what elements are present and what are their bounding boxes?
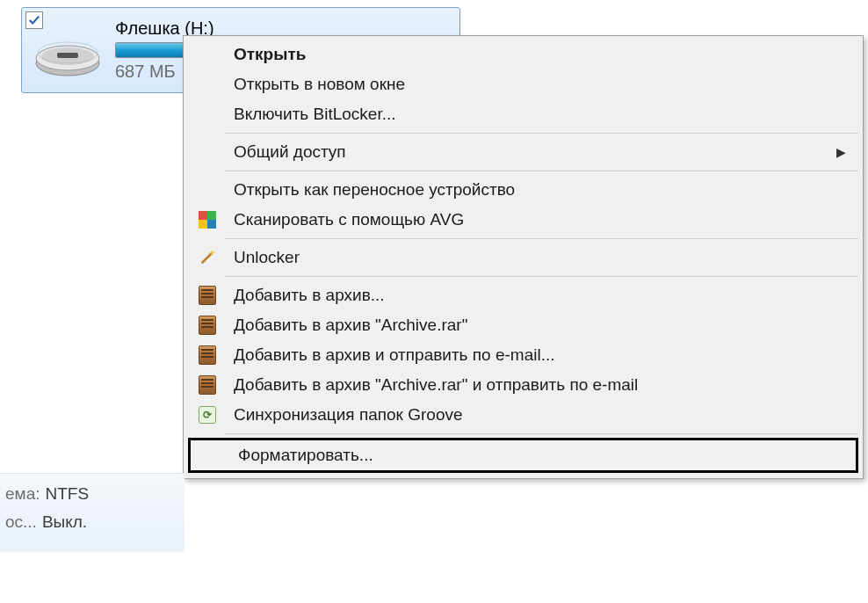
menu-add-archive-rar-email-label: Добавить в архив "Archive.rar" и отправи… [234, 375, 851, 395]
removable-drive-icon [33, 19, 103, 81]
rar-icon [199, 286, 216, 305]
rar-icon [199, 345, 216, 365]
menu-add-archive-email-label: Добавить в архив и отправить по e-mail..… [234, 345, 851, 365]
rar-icon [199, 316, 216, 335]
details-panel: ема: NTFS ос... Выкл. [0, 473, 184, 552]
menu-sharing-label: Общий доступ [234, 142, 836, 162]
menu-bitlocker-label: Включить BitLocker... [234, 105, 851, 124]
menu-format-label: Форматировать... [238, 446, 847, 465]
menu-open[interactable]: Открыть [186, 40, 860, 69]
menu-separator [225, 433, 858, 434]
menu-scan-avg-label: Сканировать с помощью AVG [234, 210, 851, 229]
menu-add-archive-rar-email[interactable]: Добавить в архив "Archive.rar" и отправи… [186, 370, 860, 400]
filesystem-label: ема: [5, 484, 40, 504]
menu-separator [225, 238, 858, 239]
format-highlight: Форматировать... [188, 438, 858, 473]
menu-add-archive-email[interactable]: Добавить в архив и отправить по e-mail..… [186, 340, 860, 370]
rar-icon [199, 375, 216, 395]
menu-unlocker-label: Unlocker [234, 248, 851, 267]
menu-scan-avg[interactable]: Сканировать с помощью AVG [186, 205, 860, 235]
menu-open-portable-label: Открыть как переносное устройство [234, 180, 851, 200]
drive-icon [33, 19, 103, 81]
menu-groove-sync-label: Синхронизация папок Groove [234, 405, 851, 425]
menu-add-archive-rar[interactable]: Добавить в архив "Archive.rar" [186, 310, 860, 340]
menu-bitlocker[interactable]: Включить BitLocker... [186, 99, 860, 129]
filesystem-value: NTFS [45, 484, 89, 504]
wand-icon [198, 248, 217, 267]
menu-separator [225, 171, 858, 171]
state-label: ос... [5, 512, 37, 532]
menu-add-archive-label: Добавить в архив... [234, 286, 851, 305]
state-value: Выкл. [42, 512, 87, 532]
menu-separator [225, 276, 858, 277]
menu-sharing[interactable]: Общий доступ ▶ [186, 137, 860, 167]
capacity-fill [116, 43, 193, 57]
svg-rect-3 [57, 53, 78, 58]
menu-format[interactable]: Форматировать... [191, 440, 856, 470]
state-row: ос... Выкл. [5, 512, 184, 532]
menu-groove-sync[interactable]: ⟳ Синхронизация папок Groove [186, 400, 860, 430]
filesystem-row: ема: NTFS [5, 484, 184, 504]
submenu-arrow-icon: ▶ [836, 145, 846, 159]
groove-icon: ⟳ [199, 406, 216, 424]
menu-open-label: Открыть [234, 45, 851, 64]
context-menu: Открыть Открыть в новом окне Включить Bi… [183, 35, 864, 479]
svg-line-5 [203, 253, 213, 263]
avg-icon [199, 211, 216, 229]
menu-separator [225, 133, 858, 134]
menu-open-portable[interactable]: Открыть как переносное устройство [186, 175, 860, 205]
menu-unlocker[interactable]: Unlocker [186, 243, 860, 272]
menu-open-new-window-label: Открыть в новом окне [234, 75, 851, 94]
menu-open-new-window[interactable]: Открыть в новом окне [186, 69, 860, 99]
menu-add-archive[interactable]: Добавить в архив... [186, 280, 860, 310]
menu-add-archive-rar-label: Добавить в архив "Archive.rar" [234, 316, 851, 335]
